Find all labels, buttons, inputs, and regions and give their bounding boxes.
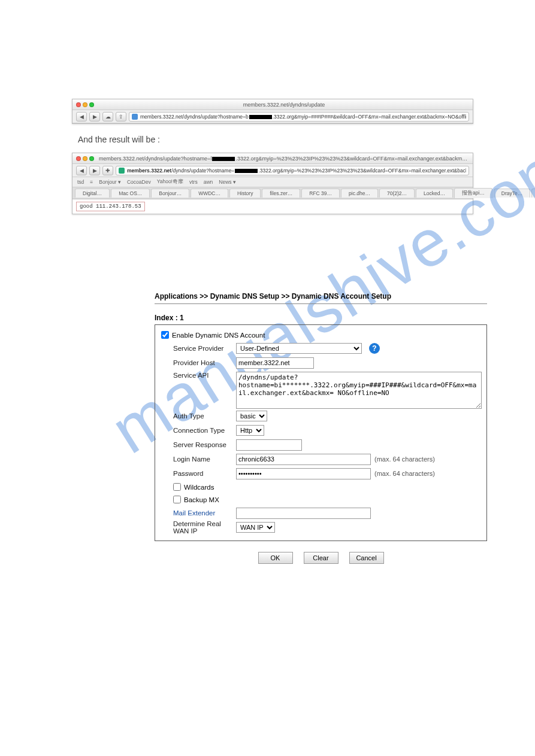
service-provider-select[interactable]: User-Defined	[236, 343, 362, 354]
zoom-icon[interactable]	[89, 156, 94, 161]
url-bar[interactable]: members.3322.net/dyndns/update?hostname=…	[129, 112, 469, 122]
wildcards-checkbox[interactable]	[173, 483, 181, 491]
clear-button[interactable]: Clear	[304, 552, 338, 564]
service-api-label: Service API	[173, 372, 236, 379]
back-button[interactable]: ◀	[76, 166, 87, 175]
bookmark-item[interactable]: awn	[204, 179, 213, 185]
provider-host-label: Provider Host	[173, 359, 236, 366]
index-title: Index : 1	[155, 314, 487, 322]
window-title: members.3322.net/dyndns/update	[99, 102, 469, 108]
service-provider-label: Service Provider	[173, 345, 236, 352]
login-name-label: Login Name	[173, 456, 236, 463]
login-name-hint: (max. 64 characters)	[374, 456, 435, 463]
password-hint: (max. 64 characters)	[374, 470, 435, 477]
bookmark-item[interactable]: vtrs	[189, 179, 198, 185]
tab[interactable]: Bonjour…	[151, 189, 189, 198]
tab[interactable]: files.zer…	[262, 189, 300, 198]
back-button[interactable]: ◀	[76, 112, 87, 122]
tab-strip: Digital… Mac OS… Bonjour… WWDC… History …	[72, 187, 473, 199]
bookmark-button[interactable]: ☁	[102, 112, 113, 122]
service-api-textarea[interactable]: /dyndns/update? hostname=bi*******.3322.…	[236, 372, 482, 409]
wildcards-label: Wildcards	[184, 484, 214, 491]
backup-mx-label: Backup MX	[184, 496, 219, 503]
password-label: Password	[173, 470, 236, 477]
tab[interactable]: 报告api…	[454, 188, 492, 198]
bookmark-item[interactable]: ≡	[90, 179, 93, 185]
traffic-lights	[76, 102, 94, 107]
tab[interactable]: Mac OS…	[111, 189, 150, 198]
tab[interactable]: History	[229, 189, 261, 198]
forward-button[interactable]: ▶	[89, 166, 100, 175]
tab[interactable]: pic.dhe…	[341, 189, 378, 198]
url-bar[interactable]: members.3322.net/dyndns/update?hostname=…	[116, 166, 469, 175]
auth-type-label: Auth Type	[173, 412, 236, 420]
site-icon	[132, 114, 138, 120]
tab[interactable]: RFC 39…	[301, 189, 340, 198]
url-text: members.3322.net/dyndns/update?hostname=…	[127, 168, 466, 174]
bookmark-item[interactable]: News ▾	[219, 179, 236, 185]
tab[interactable]: WWDC…	[191, 189, 228, 198]
connection-type-select[interactable]: Http	[236, 425, 264, 436]
traffic-lights	[76, 156, 94, 161]
server-response-input[interactable]	[236, 439, 302, 451]
minimize-icon[interactable]	[83, 102, 87, 107]
provider-host-input[interactable]	[236, 357, 314, 369]
window-title: members.3322.net/dyndns/update?hostname=…	[99, 156, 469, 162]
bookmark-item[interactable]: Bonjour ▾	[99, 179, 121, 185]
tab[interactable]: Locked…	[416, 189, 453, 198]
caption-text: And the result will be :	[78, 135, 523, 144]
share-button[interactable]: ⇪	[116, 112, 126, 122]
auth-type-select[interactable]: basic	[236, 411, 267, 421]
breadcrumb: Applications >> Dynamic DNS Setup >> Dyn…	[155, 292, 487, 304]
tab[interactable]: DrayTe…	[494, 189, 530, 198]
tab[interactable]: m…	[531, 189, 535, 198]
close-icon[interactable]	[76, 102, 81, 107]
mail-extender-label: Mail Extender	[173, 509, 236, 517]
minimize-icon[interactable]	[83, 156, 87, 161]
config-panel: Enable Dynamic DNS Account Service Provi…	[155, 324, 487, 541]
help-icon[interactable]: ?	[369, 343, 380, 354]
zoom-icon[interactable]	[89, 102, 94, 107]
determine-wan-select[interactable]: WAN IP	[236, 522, 275, 533]
bookmarks-bar[interactable]: tsd ≡ Bonjour ▾ CocoaDev Yahoo!奇摩 vtrs a…	[72, 177, 473, 187]
determine-wan-label: Determine Real WAN IP	[173, 520, 236, 535]
backup-mx-checkbox[interactable]	[173, 496, 181, 503]
bookmark-item[interactable]: CocoaDev	[127, 179, 151, 185]
tab[interactable]: 70(2)2…	[379, 189, 415, 198]
password-input[interactable]	[236, 468, 371, 479]
close-icon[interactable]	[76, 156, 81, 161]
bookmark-item[interactable]: tsd	[77, 179, 84, 185]
redacted-block	[249, 115, 272, 119]
add-button[interactable]: ✚	[102, 166, 113, 175]
browser-window-1: members.3322.net/dyndns/update ◀ ▶ ☁ ⇪ m…	[72, 99, 473, 124]
browser-window-2: members.3322.net/dyndns/update?hostname=…	[72, 153, 473, 214]
mail-extender-input[interactable]	[236, 508, 371, 519]
server-response-label: Server Response	[173, 441, 236, 448]
url-text: members.3322.net/dyndns/update?hostname=…	[140, 114, 466, 120]
connection-type-label: Connection Type	[173, 427, 236, 434]
bookmark-item[interactable]: Yahoo!奇摩	[157, 178, 183, 186]
enable-ddns-label: Enable Dynamic DNS Account	[172, 332, 265, 339]
result-text: good 111.243.178.53	[76, 202, 145, 211]
tab[interactable]: Digital…	[75, 189, 110, 198]
login-name-input[interactable]	[236, 454, 371, 465]
ok-button[interactable]: OK	[258, 552, 293, 564]
forward-button[interactable]: ▶	[89, 112, 100, 122]
enable-ddns-checkbox[interactable]	[161, 331, 169, 339]
cancel-button[interactable]: Cancel	[349, 552, 384, 564]
site-icon	[119, 168, 125, 174]
